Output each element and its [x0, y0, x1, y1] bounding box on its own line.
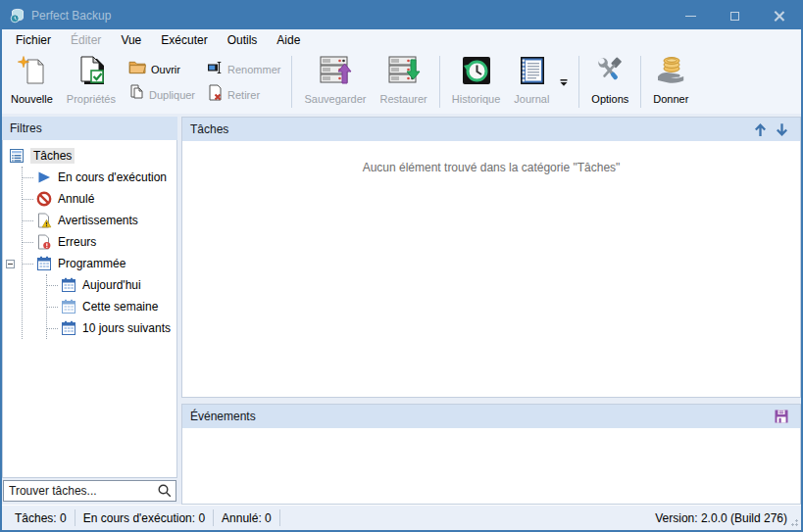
restore-icon: [387, 55, 421, 90]
tree-item-label: Avertissements: [58, 214, 138, 227]
tree-item-aujourdhui[interactable]: Aujourd'hui: [47, 274, 176, 296]
rename-icon: [207, 60, 224, 79]
app-window: Perfect Backup Fichier Éditer Vue Exécut…: [0, 0, 803, 532]
properties-icon: [75, 55, 107, 90]
search-icon[interactable]: [157, 483, 173, 503]
tree-connector: [23, 264, 33, 265]
menubar: Fichier Éditer Vue Exécuter Outils Aide: [2, 29, 801, 51]
toolbar-label: Restaurer: [379, 93, 427, 105]
tree-children: En cours d'exécution Annulé: [22, 167, 176, 339]
toolbar-button-sauvegarder[interactable]: Sauvegarder: [297, 52, 373, 112]
toolbar-label: Sauvegarder: [304, 93, 366, 105]
tree-item-label: 10 jours suivants: [82, 321, 171, 335]
toolbar-group-edit-ops: Renommer Retirer: [203, 52, 284, 112]
status-tasks-count: Tâches: 0: [7, 511, 75, 525]
menu-outils[interactable]: Outils: [218, 31, 268, 49]
tree-connector: [23, 177, 33, 178]
toolbar-label: Options: [591, 93, 628, 105]
tree-connector: [47, 307, 58, 308]
menu-editer[interactable]: Éditer: [61, 31, 111, 49]
tree-item-10-jours[interactable]: 10 jours suivants: [47, 317, 176, 339]
tree-item-annule[interactable]: Annulé: [23, 188, 176, 210]
menu-vue[interactable]: Vue: [111, 31, 151, 49]
duplicate-icon: [128, 84, 145, 105]
tree-item-avertissements[interactable]: Avertissements: [23, 210, 176, 231]
resize-grip[interactable]: [790, 519, 798, 527]
move-up-button[interactable]: [749, 119, 771, 140]
backup-icon: [319, 55, 352, 90]
toolbar-separator: [291, 56, 292, 108]
tree-item-programmee[interactable]: Programmée: [23, 253, 176, 274]
toolbar-group-file-ops: Ouvrir Dupliquer: [125, 52, 199, 112]
toolbar-button-nouvelle[interactable]: Nouvelle: [4, 52, 60, 112]
toolbar-separator: [439, 56, 440, 108]
history-icon: [461, 55, 492, 90]
maximize-button[interactable]: [713, 2, 757, 29]
filters-tree-area: Tâches En cours d'exécution: [2, 140, 177, 478]
toolbar-button-retirer[interactable]: Retirer: [203, 82, 284, 108]
errors-icon: [36, 234, 52, 250]
calendar-icon: [61, 277, 76, 293]
toolbar-label: Dupliquer: [149, 89, 195, 101]
main-area: Tâches Aucun élément trouvé dans la: [181, 117, 801, 505]
toolbar-button-journal[interactable]: Journal: [507, 52, 556, 112]
filters-panel-header: Filtres: [2, 117, 177, 140]
close-button[interactable]: [757, 2, 801, 29]
donate-icon: [654, 55, 687, 90]
minimize-icon: [685, 16, 696, 17]
journal-dropdown-button[interactable]: [556, 52, 572, 112]
save-icon: [774, 409, 789, 424]
menu-fichier[interactable]: Fichier: [6, 31, 61, 49]
options-icon: [593, 55, 627, 90]
toolbar-label: Journal: [514, 93, 549, 105]
tree-item-erreurs[interactable]: Erreurs: [23, 231, 176, 253]
tree-item-label: Aujourd'hui: [82, 278, 141, 292]
tree-connector: [23, 242, 33, 243]
tree-item-taches[interactable]: Tâches: [9, 145, 176, 167]
calendar-light-icon: [61, 299, 76, 314]
tree-item-label: Annulé: [58, 192, 94, 206]
tree-item-en-cours[interactable]: En cours d'exécution: [23, 167, 176, 188]
tasks-title: Tâches: [190, 122, 228, 136]
toolbar-button-restaurer[interactable]: Restaurer: [373, 52, 433, 112]
tree-item-label: Programmée: [58, 257, 125, 270]
filters-tree: Tâches En cours d'exécution: [3, 140, 176, 339]
toolbar-button-historique[interactable]: Historique: [445, 52, 508, 112]
toolbar-label: Historique: [452, 93, 501, 105]
toolbar-button-ouvrir[interactable]: Ouvrir: [125, 57, 199, 82]
minimize-button[interactable]: [669, 2, 713, 29]
toolbar-button-options[interactable]: Options: [584, 52, 635, 112]
menu-aide[interactable]: Aide: [267, 31, 310, 49]
new-task-icon: [16, 55, 47, 90]
tree-item-label: Tâches: [30, 148, 75, 164]
events-title: Événements: [190, 410, 256, 423]
tree-expander-icon[interactable]: [6, 260, 15, 268]
status-version: Version: 2.0.0 (Build 276): [655, 511, 801, 525]
dropdown-arrow-icon: [559, 73, 569, 91]
tree-connector: [23, 220, 33, 221]
tree-item-cette-semaine[interactable]: Cette semaine: [47, 296, 176, 317]
tasks-list-area: Aucun élément trouvé dans la catégorie "…: [182, 141, 800, 397]
save-events-button[interactable]: [771, 406, 792, 427]
task-list-icon: [9, 148, 25, 164]
tasks-panel: Tâches Aucun élément trouvé dans la: [181, 117, 801, 398]
toolbar-button-dupliquer[interactable]: Dupliquer: [125, 82, 199, 108]
status-separator: [279, 509, 280, 526]
arrow-up-icon: [752, 121, 769, 138]
toolbar-separator: [578, 56, 579, 108]
search-input[interactable]: [3, 480, 176, 502]
toolbar-button-proprietes[interactable]: Propriétés: [60, 52, 123, 112]
tree-item-label: Cette semaine: [82, 300, 158, 314]
toolbar-label: Nouvelle: [11, 93, 53, 105]
calendar-icon: [61, 320, 76, 336]
move-down-button[interactable]: [771, 119, 792, 140]
menu-executer[interactable]: Exécuter: [151, 31, 217, 49]
toolbar-button-renommer[interactable]: Renommer: [203, 57, 284, 82]
toolbar-label: Donner: [653, 93, 688, 105]
toolbar-label: Propriétés: [67, 93, 116, 105]
tree-grandchildren: Aujourd'hui: [46, 274, 176, 339]
filters-title: Filtres: [10, 121, 42, 135]
toolbar-button-donner[interactable]: Donner: [646, 52, 695, 112]
titlebar: Perfect Backup: [2, 2, 801, 29]
arrow-down-icon: [774, 121, 790, 138]
